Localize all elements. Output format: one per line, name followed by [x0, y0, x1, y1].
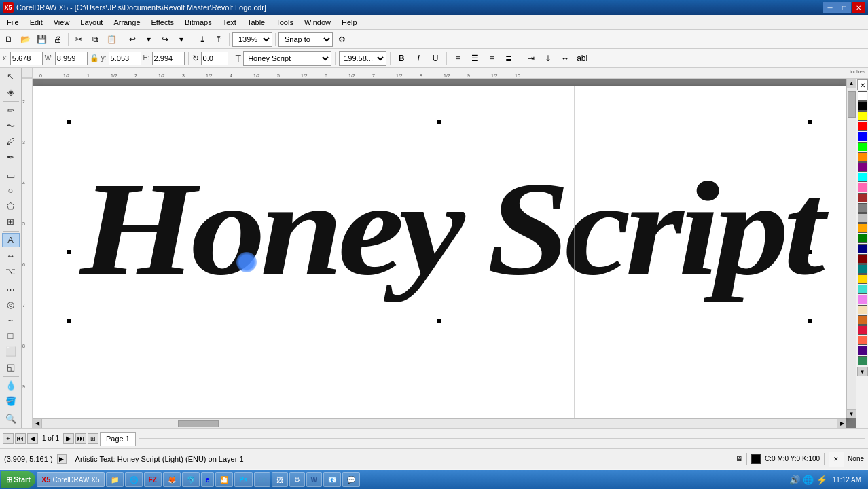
blend-tool[interactable]: ⋯ [2, 282, 20, 297]
menu-edit[interactable]: Edit [24, 17, 48, 28]
bold-button[interactable]: B [394, 51, 409, 66]
hscroll-left[interactable]: ◀ [33, 419, 42, 429]
open-button[interactable]: 📂 [18, 32, 33, 47]
taskbar-app13[interactable]: 📧 [323, 472, 341, 487]
minimize-button[interactable]: ─ [823, 2, 837, 13]
close-button[interactable]: ✕ [852, 2, 865, 13]
menu-effects[interactable]: Effects [146, 17, 179, 28]
y-input[interactable] [109, 52, 141, 65]
tray-icon2[interactable]: 🌐 [803, 475, 814, 485]
angle-input[interactable] [201, 52, 228, 65]
palette-color-navy[interactable] [858, 244, 867, 253]
taskbar-filezilla[interactable]: FZ [144, 472, 162, 487]
ellipse-tool[interactable]: ○ [2, 183, 20, 198]
menu-file[interactable]: File [1, 17, 24, 28]
taskbar-word[interactable]: W [306, 472, 322, 487]
text-options[interactable]: abl [575, 51, 590, 66]
menu-arrange[interactable]: Arrange [108, 17, 145, 28]
fill-tool[interactable]: 🪣 [2, 393, 20, 408]
select-tool[interactable]: ↖ [2, 69, 20, 84]
lock-icon[interactable]: 🔒 [90, 54, 99, 62]
polygon-tool[interactable]: ⬠ [2, 199, 20, 214]
palette-color-cyan[interactable] [858, 173, 867, 182]
palette-color-darkgreen[interactable] [858, 234, 867, 243]
taskbar-firefox[interactable]: 🦊 [163, 472, 181, 487]
paste-button[interactable]: 📋 [104, 32, 119, 47]
calligraphy-tool[interactable]: ✒ [2, 149, 20, 164]
dimension-tool[interactable]: ↔ [2, 248, 20, 263]
menu-help[interactable]: Help [336, 17, 363, 28]
palette-color-gray[interactable] [858, 203, 867, 213]
palette-color-teal[interactable] [858, 264, 867, 274]
taskbar-chrome[interactable]: 🌐 [125, 472, 143, 487]
pen-tool[interactable]: 🖊 [2, 134, 20, 149]
taskbar-ps[interactable]: Ps [234, 472, 252, 487]
connector-tool[interactable]: ⌥ [2, 264, 20, 278]
palette-color-yellow[interactable] [858, 111, 867, 121]
palette-color-maroon[interactable] [858, 254, 867, 264]
palette-color-black[interactable] [858, 101, 867, 111]
cut-button[interactable]: ✂ [71, 32, 86, 47]
hscroll-thumb[interactable] [178, 420, 219, 427]
tray-icon3[interactable]: ⚡ [816, 475, 827, 485]
node-tool[interactable]: ◈ [2, 85, 20, 100]
font-select[interactable]: Honey Script [243, 51, 331, 66]
table-tool[interactable]: ⊞ [2, 215, 20, 230]
menu-text[interactable]: Text [217, 17, 242, 28]
palette-color-indigo[interactable] [858, 346, 867, 355]
align-center[interactable]: ☰ [467, 51, 482, 66]
align-left[interactable]: ≡ [450, 51, 465, 66]
redo-dropdown[interactable]: ▾ [174, 32, 189, 47]
maximize-button[interactable]: □ [837, 2, 851, 13]
text-tool[interactable]: A [2, 233, 20, 248]
taskbar-dolphin[interactable]: 🐬 [182, 472, 200, 487]
shadow-tool[interactable]: □ [2, 329, 20, 344]
taskbar-app11[interactable]: ⚙ [289, 472, 305, 487]
page-controls[interactable]: + ⏮ ◀ 1 of 1 ▶ ⏭ ⊞ Page 1 [3, 432, 136, 446]
text-direction2[interactable]: ⇓ [541, 51, 556, 66]
tray-icon1[interactable]: 🔊 [789, 475, 800, 485]
freehand-tool[interactable]: ✏ [2, 103, 20, 118]
new-button[interactable]: 🗋 [1, 32, 16, 47]
palette-color-tomato[interactable] [858, 336, 867, 345]
no-color-swatch[interactable]: ✕ [857, 79, 868, 90]
palette-scroll-down[interactable]: ▼ [857, 367, 868, 376]
close-color-panel[interactable]: ✕ [829, 452, 844, 467]
eyedropper-tool[interactable]: 💧 [2, 378, 20, 393]
x-input[interactable] [10, 52, 43, 65]
align-justify[interactable]: ≣ [501, 51, 516, 66]
palette-color-white[interactable] [858, 91, 867, 101]
start-button[interactable]: ⊞ Start [1, 471, 35, 488]
page-next-button[interactable]: ▶ [63, 433, 74, 444]
save-button[interactable]: 💾 [34, 32, 49, 47]
vscrollbar[interactable]: ▲ ▼ [846, 79, 856, 418]
palette-color-orange2[interactable] [858, 223, 867, 233]
print-button[interactable]: 🖨 [50, 32, 65, 47]
taskbar-corel[interactable]: X5 CorelDRAW X5 [37, 472, 105, 487]
menu-tools[interactable]: Tools [270, 17, 299, 28]
taskbar-vlc[interactable]: 🎦 [215, 472, 233, 487]
snap-options[interactable]: ⚙ [334, 32, 349, 47]
palette-color-crimson[interactable] [858, 325, 867, 335]
palette-color-brown[interactable] [858, 193, 867, 202]
italic-button[interactable]: I [411, 51, 426, 66]
zoom-tool[interactable]: 🔍 [2, 412, 20, 427]
palette-color-seagreen[interactable] [858, 356, 867, 365]
hscrollbar[interactable]: ◀ ▶ [33, 418, 846, 428]
envelope-tool[interactable]: ⬜ [2, 344, 20, 359]
menu-view[interactable]: View [48, 17, 75, 28]
h-input[interactable] [152, 52, 185, 65]
coords-expand[interactable]: ▶ [57, 454, 67, 464]
w-input[interactable] [55, 52, 88, 65]
menu-bitmaps[interactable]: Bitmaps [179, 17, 217, 28]
palette-color-pink[interactable] [858, 183, 867, 192]
import-button[interactable]: ⤓ [195, 32, 210, 47]
fill-color-swatch[interactable] [751, 454, 761, 464]
page-last-button[interactable]: ⏭ [75, 433, 86, 444]
palette-color-green[interactable] [858, 142, 867, 151]
distort-tool[interactable]: ~ [2, 313, 20, 328]
page-prev-button[interactable]: ◀ [27, 433, 38, 444]
rectangle-tool[interactable]: ▭ [2, 168, 20, 183]
page-first-button[interactable]: ⏮ [15, 433, 26, 444]
taskbar-skype[interactable]: 💬 [342, 472, 360, 487]
